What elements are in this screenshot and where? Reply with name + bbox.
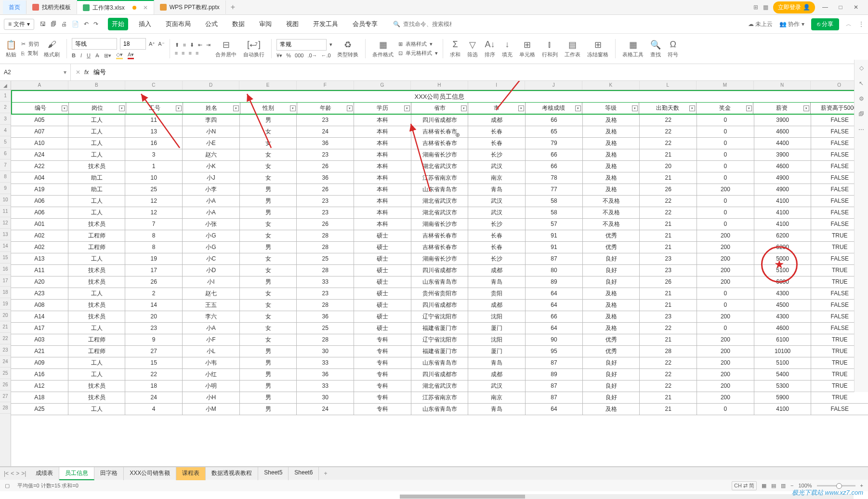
cell[interactable]: 湖南省长沙市 — [411, 219, 469, 230]
row-header[interactable]: 17 — [0, 275, 11, 287]
cell[interactable]: 27 — [125, 346, 183, 357]
cell[interactable]: 200 — [697, 346, 754, 357]
cell[interactable]: 长沙 — [468, 253, 526, 264]
cell[interactable]: 本科 — [354, 172, 411, 184]
cell[interactable]: 贵州省贵阳市 — [411, 288, 469, 299]
sheet-tab[interactable]: XXX公司销售额 — [124, 467, 176, 480]
cell[interactable]: A12 — [11, 381, 68, 392]
view-page-icon[interactable]: ▤ — [771, 483, 776, 489]
cell[interactable]: 男 — [240, 346, 297, 357]
row-header[interactable]: 27 — [0, 391, 11, 402]
close-button[interactable]: ✕ — [851, 4, 861, 11]
cell[interactable]: 及格 — [583, 288, 640, 299]
print-icon[interactable]: 🖨 — [61, 21, 67, 27]
dec-dec-icon[interactable]: ←.0 — [321, 53, 331, 58]
cell[interactable]: 硕士 — [354, 242, 411, 253]
cell[interactable]: 4100 — [754, 404, 812, 415]
cell[interactable]: 湖北省武汉市 — [411, 161, 469, 172]
cell[interactable]: 0 — [697, 115, 754, 126]
cell[interactable]: A04 — [11, 172, 68, 184]
cell[interactable]: 11 — [125, 115, 183, 126]
cell[interactable]: 男 — [240, 115, 297, 126]
table-row[interactable]: A14技术员20李六女36硕士辽宁省沈阳市沈阳66及格232004300FALS… — [11, 311, 868, 323]
cloud-status[interactable]: ☁ 未上云 — [748, 20, 773, 28]
cell[interactable]: 技术员 — [68, 161, 126, 172]
cell[interactable]: 江苏省南京市 — [411, 172, 469, 184]
share-button[interactable]: ⎋ 分享 — [811, 18, 839, 30]
cell[interactable]: 26 — [640, 276, 697, 288]
ime-indicator[interactable]: CH ⇄ 简 — [732, 481, 757, 490]
cell[interactable]: 200 — [697, 381, 754, 392]
table-row[interactable]: A01技术员7小张女26本科湖南省长沙市长沙57不及格2104100FALSE — [11, 219, 868, 230]
typeconv-icon[interactable]: ♻ — [344, 39, 352, 50]
cell[interactable]: 本科 — [354, 207, 411, 218]
view-layout-icon[interactable]: ▥ — [781, 483, 786, 489]
cell[interactable]: 23 — [297, 149, 354, 160]
cell[interactable]: 及格 — [583, 300, 640, 311]
table-row[interactable]: A17工人23小A女25硕士福建省厦门市厦门64及格2204600FALSE — [11, 323, 868, 334]
cell[interactable]: 技术员 — [68, 381, 126, 392]
fill-icon[interactable]: ↓ — [505, 39, 510, 50]
row-header[interactable]: 23 — [0, 344, 11, 356]
cell[interactable]: A16 — [11, 369, 68, 380]
row-header[interactable]: 21 — [0, 321, 11, 333]
cell[interactable]: 64 — [526, 404, 583, 415]
cell[interactable]: 及格 — [583, 138, 640, 149]
cell[interactable]: 6200 — [754, 230, 812, 241]
indent-dec-icon[interactable]: ⇤ — [198, 42, 202, 48]
cell[interactable]: 山东省青岛市 — [411, 276, 469, 288]
cell[interactable]: 男 — [240, 404, 297, 415]
cell[interactable]: 男 — [240, 381, 297, 392]
filter-dropdown-icon[interactable]: ▾ — [461, 105, 467, 111]
cell[interactable]: 78 — [526, 172, 583, 184]
cell[interactable]: 小E — [183, 138, 240, 149]
filter-dropdown-icon[interactable]: ▾ — [347, 105, 353, 111]
cell[interactable]: 成都 — [468, 369, 526, 380]
cell[interactable]: 4100 — [754, 207, 812, 218]
column-filter-header[interactable]: 性别▾ — [240, 103, 297, 114]
menu-data[interactable]: 数据 — [228, 18, 249, 30]
cell[interactable]: 58 — [526, 196, 583, 207]
cell[interactable]: 工人 — [68, 196, 126, 207]
cell[interactable]: 26 — [297, 184, 354, 195]
cell[interactable]: 91 — [526, 242, 583, 253]
row-header[interactable]: 9 — [0, 183, 11, 194]
cell[interactable]: 22 — [640, 196, 697, 207]
cell[interactable]: 200 — [697, 242, 754, 253]
filter-dropdown-icon[interactable]: ▾ — [803, 105, 809, 111]
cell[interactable]: 4600 — [754, 323, 812, 334]
zoom-slider[interactable] — [817, 485, 855, 486]
cell[interactable]: 助工 — [68, 172, 126, 184]
cell[interactable]: 沈阳 — [468, 311, 526, 322]
cell[interactable]: 小李 — [183, 184, 240, 195]
cell[interactable]: 26 — [297, 161, 354, 172]
cell[interactable]: 女 — [240, 288, 297, 299]
cell[interactable]: 25 — [297, 323, 354, 334]
cell[interactable]: 4100 — [754, 196, 812, 207]
row-header[interactable]: 4 — [0, 125, 11, 136]
col-header[interactable]: F — [297, 81, 354, 90]
cell[interactable]: 赵七 — [183, 288, 240, 299]
cell[interactable]: 66 — [526, 161, 583, 172]
cell[interactable]: 21 — [640, 149, 697, 160]
cell[interactable]: 武汉 — [468, 161, 526, 172]
cell[interactable]: 女 — [240, 311, 297, 322]
cell[interactable]: 及格 — [583, 323, 640, 334]
cell[interactable]: 23 — [125, 323, 183, 334]
cell[interactable]: 良好 — [583, 357, 640, 368]
menu-review[interactable]: 审阅 — [255, 18, 276, 30]
cell[interactable]: 技术员 — [68, 311, 126, 322]
sheet-last-icon[interactable]: >| — [21, 470, 26, 477]
col-header[interactable]: J — [525, 81, 582, 90]
cell[interactable]: 26 — [640, 184, 697, 195]
cell[interactable]: 200 — [697, 276, 754, 288]
cell[interactable]: 30 — [297, 392, 354, 403]
cell[interactable]: 3900 — [754, 115, 812, 126]
cell[interactable]: 技术员 — [68, 219, 126, 230]
cell[interactable]: 福建省厦门市 — [411, 346, 469, 357]
cell[interactable]: 男 — [240, 207, 297, 218]
cell[interactable]: 28 — [297, 230, 354, 241]
row-header[interactable]: 11 — [0, 206, 11, 217]
cell[interactable]: 工程师 — [68, 230, 126, 241]
cell[interactable]: 9 — [125, 334, 183, 345]
